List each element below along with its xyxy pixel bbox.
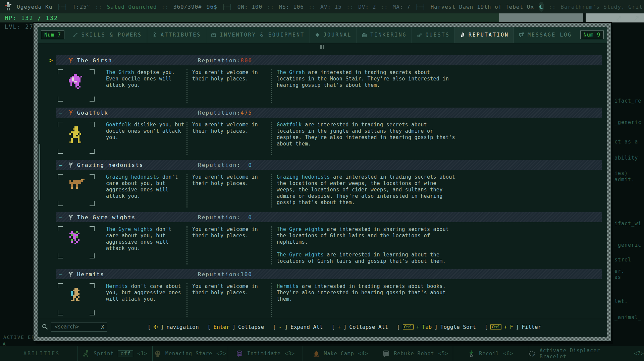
status-stat: QN: 100: [237, 4, 262, 10]
toolbox-icon: [362, 32, 367, 38]
faction-portrait-sprite: [68, 179, 85, 189]
tab-skills-powers[interactable]: SKILLS & POWERS: [68, 27, 147, 43]
tab-label: REPUTATION: [469, 32, 509, 38]
dots-glyph: ::: [309, 4, 316, 10]
ability-menacing-stare[interactable]: Menacing Stare<2>: [153, 346, 228, 361]
portrait-corner: [58, 310, 63, 315]
tab-tinkering[interactable]: TINKERING: [357, 27, 412, 43]
ability-sprint[interactable]: Sprintoff<1>: [77, 346, 153, 361]
log-fragment: admit.: [614, 177, 635, 183]
ability-recoil[interactable]: Recoil<6>: [453, 346, 528, 361]
status-location: Barathrum's Study, Grit Gate: [560, 4, 644, 10]
reputation-value: -100: [223, 271, 252, 278]
ability-name: Recoil: [479, 351, 499, 357]
tab-bar: Num 7SKILLS & POWERSATTRIBUTESINVENTORY …: [38, 27, 607, 43]
collapse-toggle[interactable]: —: [59, 214, 62, 221]
log-fragment: ifact_re: [614, 98, 641, 104]
ability-rebuke-robot[interactable]: Rebuke Robot<5>: [378, 346, 453, 361]
skull-icon: [154, 350, 161, 357]
plus: +: [416, 324, 420, 330]
sprint-icon: [82, 350, 90, 357]
faction-tree-icon: [68, 162, 74, 168]
faction-name-inline: Hermits: [106, 283, 128, 289]
tab-journal[interactable]: JOURNAL: [310, 27, 357, 43]
ctrl-key: Ctrl: [403, 324, 414, 329]
log-fragment: as: [614, 274, 621, 280]
faction-header[interactable]: —HermitsReputation:-100: [56, 269, 602, 279]
portrait-corner: [90, 69, 95, 74]
faction-tree-icon: [68, 57, 74, 63]
tab-label: SKILLS & POWERS: [82, 32, 142, 38]
hint-label: Filter: [522, 324, 541, 330]
faction-welcome: You aren't welcome in their holy places.: [186, 122, 271, 155]
log-fragment: ability: [614, 155, 638, 161]
hint-label: navigation: [166, 324, 199, 330]
collapse-toggle[interactable]: —: [59, 110, 62, 116]
tab-label: JOURNAL: [323, 32, 352, 38]
ability-key: <3>: [285, 351, 295, 357]
key-hint: [Enter]Collapse: [208, 324, 264, 330]
faction-header[interactable]: —GoatfolkReputation:-475: [56, 108, 602, 118]
collapse-toggle[interactable]: —: [59, 57, 62, 64]
status-date: Harvest Dawn 19th of Tebet Ux: [431, 4, 534, 10]
faction-header[interactable]: >—The GirshReputation:-800: [56, 55, 602, 65]
interest-paragraph: The Girsh are interested in trading secr…: [277, 69, 458, 88]
faction-header[interactable]: —The Gyre wightsReputation:0: [56, 212, 602, 222]
faction-name-inline: Grazing hedonists: [106, 174, 159, 180]
tab-label: TINKERING: [370, 32, 407, 38]
tab-reputation[interactable]: REPUTATION: [454, 27, 514, 43]
scrollbar-thumb[interactable]: [39, 144, 40, 200]
plus: +: [504, 324, 507, 330]
ability-name: Activate Displacer Bracelet: [540, 348, 630, 360]
interest-paragraph: Grazing hedonists are interested in trad…: [277, 174, 458, 206]
faction-name: The Gyre wights: [77, 214, 136, 221]
key-icon: [417, 32, 422, 38]
search-input[interactable]: [54, 323, 99, 330]
hp-bar: HP: 132 / 132: [0, 13, 499, 22]
chest-icon: [211, 32, 216, 38]
moon-phase-icon: [539, 2, 544, 12]
portrait-corner: [58, 226, 63, 231]
faction-name-inline: Goatfolk: [277, 122, 302, 128]
hp-value: HP: 132 / 132: [5, 15, 58, 21]
search-clear-button[interactable]: X: [101, 324, 104, 330]
tab-label: ATTRIBUTES: [161, 32, 201, 38]
status-temperature: T:25°: [72, 4, 90, 10]
portrait-corner: [58, 149, 63, 154]
sword-icon: [73, 32, 78, 38]
collapse-toggle[interactable]: —: [59, 271, 62, 278]
dialog-footer: X []navigation[Enter]Collapse[-]Expand A…: [38, 319, 607, 335]
bracket: ]: [516, 324, 519, 330]
ability-key: <1>: [137, 351, 147, 357]
log-fragment: ifact_wi: [614, 221, 641, 227]
recoil-icon: [468, 350, 475, 357]
faction-interests: The Girsh are interested in trading secr…: [271, 69, 604, 103]
campfire-icon: [313, 350, 320, 357]
separator-glyph: ├─┤: [57, 4, 68, 10]
collapse-toggle[interactable]: —: [59, 162, 62, 168]
bracket: ]: [161, 324, 164, 330]
status-bar: Ogeyeda Ku├─┤T:25°::Sated Quenched::360/…: [0, 0, 644, 13]
faction-header[interactable]: —Grazing hedonistsReputation:0: [56, 160, 602, 170]
tab-inventory-equipment[interactable]: INVENTORY & EQUIPMENT: [206, 27, 310, 43]
ability-intimidate[interactable]: Intimidate<3>: [228, 346, 303, 361]
faction-welcome: You aren't welcome in their holy places.: [186, 283, 271, 317]
ability-activate-displacer-bracelet[interactable]: Activate Displacer Bracelet<7>: [528, 346, 644, 361]
faction-portrait-sprite: [67, 74, 86, 89]
status-weight: 360/390#: [173, 4, 202, 10]
dots-glyph: ::: [267, 4, 274, 10]
faction-name-inline: Grazing hedonists: [277, 174, 330, 180]
faction-detail: Grazing hedonists don't care about you, …: [56, 170, 604, 212]
status-stat-blue: MA: 7: [393, 4, 411, 10]
faction-row: —GoatfolkReputation:-475Goatfolk dislike…: [46, 108, 604, 159]
faction-name: Grazing hedonists: [77, 162, 144, 168]
ability-state: off: [118, 350, 133, 357]
tab-message-log[interactable]: MESSAGE LOG: [514, 27, 577, 43]
tab-attributes[interactable]: ATTRIBUTES: [147, 27, 206, 43]
tab-quests[interactable]: QUESTS: [412, 27, 454, 43]
portrait-corner: [90, 226, 95, 231]
ability-make-camp[interactable]: Make Camp<4>: [303, 346, 378, 361]
status-player-name: Ogeyeda Ku: [17, 4, 52, 10]
faction-name-inline: Goatfolk: [106, 122, 131, 128]
log-fragment: _animal_: [614, 314, 641, 320]
